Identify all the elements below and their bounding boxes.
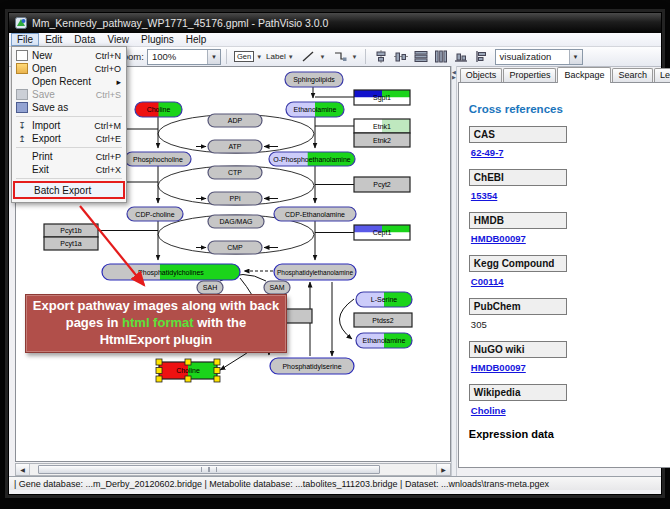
node-ctp[interactable]: CTP xyxy=(208,166,262,179)
distribute-vertical-icon[interactable] xyxy=(434,50,448,63)
chevron-down-icon[interactable]: ▼ xyxy=(352,54,358,60)
tab-objects[interactable]: Objects xyxy=(460,68,503,82)
node-ethanolamine-2[interactable]: Ethanolamine xyxy=(356,333,413,348)
xref-value-cas[interactable]: 62-49-7 xyxy=(471,147,504,158)
menu-item-open-recent[interactable]: Open Recent▸ xyxy=(13,75,125,88)
selection-handle[interactable] xyxy=(214,376,220,382)
selection-handle[interactable] xyxy=(214,368,220,374)
scrollbar-grip xyxy=(201,467,217,472)
node-label: O-Phosphoethanolamine xyxy=(273,156,351,164)
xref-source-chebi: ChEBI xyxy=(469,169,567,186)
selection-handle[interactable] xyxy=(185,359,191,365)
node-adp[interactable]: ADP xyxy=(208,114,262,127)
tab-backpage[interactable]: Backpage xyxy=(557,67,611,83)
visualization-combobox[interactable]: visualization ▼ xyxy=(495,49,583,65)
node-cdp-ethanolamine[interactable]: CDP-Ethanolamine xyxy=(274,207,356,221)
align-center-x-icon[interactable] xyxy=(374,50,388,63)
chevron-down-icon[interactable]: ▼ xyxy=(320,54,326,60)
node-pcyt2[interactable]: Pcyt2 xyxy=(354,177,410,192)
node-etnk2[interactable]: Etnk2 xyxy=(354,133,410,147)
menubar-item-view[interactable]: View xyxy=(101,33,135,46)
scroll-left-icon[interactable]: ◀ xyxy=(16,464,30,475)
align-bottom-icon[interactable] xyxy=(454,50,468,63)
menu-item-save-as[interactable]: Save as xyxy=(13,101,125,114)
node-l-serine[interactable]: L-Serine xyxy=(356,292,413,307)
menubar-item-plugins[interactable]: Plugins xyxy=(135,33,180,46)
node-ppi[interactable]: PPi xyxy=(208,192,262,205)
zoom-combobox[interactable]: 100% ▼ xyxy=(147,49,221,65)
tab-properties[interactable]: Properties xyxy=(503,68,556,82)
chevron-down-icon[interactable]: ▼ xyxy=(207,50,220,64)
menu-item-label: Save as xyxy=(32,102,113,113)
menu-item-label: Batch Export xyxy=(34,185,111,196)
menu-item-save[interactable]: SaveCtrl+S xyxy=(13,88,125,101)
horizontal-scrollbar[interactable]: ◀ ▶ xyxy=(15,463,451,476)
node-o-phosphoethanolamine[interactable]: O-Phosphoethanolamine xyxy=(269,152,356,166)
align-center-y-icon[interactable] xyxy=(394,50,408,63)
align-left-icon[interactable] xyxy=(474,50,488,63)
open-folder-icon xyxy=(16,63,28,74)
selection-handle[interactable] xyxy=(185,376,191,382)
node-choline-selected[interactable]: Choline xyxy=(156,359,220,382)
node-pcyt1b[interactable]: Pcyt1b xyxy=(44,224,98,237)
menu-item-print[interactable]: PrintCtrl+P xyxy=(13,150,125,163)
chevron-down-icon[interactable]: ▼ xyxy=(569,50,582,64)
zoom-value: 100% xyxy=(148,51,200,62)
selection-handle[interactable] xyxy=(156,376,162,382)
node-phosphatidylethanolamine[interactable]: Phosphatidylethanolamine xyxy=(274,264,356,280)
node-phosphocholine[interactable]: Phosphocholine xyxy=(125,152,191,166)
scroll-right-icon[interactable]: ▶ xyxy=(436,464,450,475)
node-choline-top[interactable]: Choline xyxy=(135,102,183,117)
node-atp[interactable]: ATP xyxy=(208,140,262,153)
new-datanode-button[interactable]: Gen ▼ xyxy=(232,49,264,65)
node-phosphatidylserine[interactable]: Phosphatidylserine xyxy=(270,358,354,374)
menubar-item-edit[interactable]: Edit xyxy=(39,33,68,46)
node-cept1[interactable]: Cept1 xyxy=(354,225,410,240)
chevron-down-icon[interactable]: ▼ xyxy=(288,54,294,60)
menu-item-import[interactable]: ↧ImportCtrl+M xyxy=(13,119,125,132)
chevron-down-icon[interactable]: ▼ xyxy=(256,54,262,60)
selection-handle[interactable] xyxy=(156,368,162,374)
node-pcyt1a[interactable]: Pcyt1a xyxy=(44,237,98,250)
xref-value-hmdb[interactable]: HMDB00097 xyxy=(471,233,526,244)
xref-value-chebi[interactable]: 15354 xyxy=(471,190,497,201)
node-phosphatidylcholines[interactable]: Phosphatidylcholines xyxy=(102,264,241,280)
node-dag-mag[interactable]: DAG/MAG xyxy=(208,215,264,228)
toolbar-separator xyxy=(226,49,227,64)
node-label: Choline xyxy=(176,367,200,374)
menubar-item-help[interactable]: Help xyxy=(180,33,213,46)
scrollbar-thumb[interactable] xyxy=(38,465,380,474)
new-connector-button[interactable]: ▼ xyxy=(328,49,360,65)
tab-legend[interactable]: Legend xyxy=(654,68,670,82)
menubar-item-data[interactable]: Data xyxy=(68,33,101,46)
node-sah[interactable]: SAH xyxy=(197,281,223,294)
new-label-button[interactable]: Label ▼ xyxy=(264,49,296,65)
node-cmp[interactable]: CMP xyxy=(208,241,262,254)
selection-handle[interactable] xyxy=(156,359,162,365)
collapse-right-icon[interactable]: ▶ xyxy=(452,75,456,80)
selection-handle[interactable] xyxy=(214,359,220,365)
node-cdp-choline[interactable]: CDP-choline xyxy=(127,207,183,221)
node-ptdss2[interactable]: Ptdss2 xyxy=(354,313,412,327)
tab-search[interactable]: Search xyxy=(612,68,653,82)
menu-item-batch-export[interactable]: Batch Export xyxy=(13,181,125,199)
node-label: Ethanolamine xyxy=(294,106,337,113)
menu-item-open[interactable]: OpenCtrl+O xyxy=(13,62,125,75)
node-etnk1[interactable]: Etnk1 xyxy=(354,119,410,133)
xref-value-wikipedia[interactable]: Choline xyxy=(471,405,506,416)
menubar-item-file[interactable]: File xyxy=(11,33,39,46)
menu-item-export[interactable]: ↥ExportCtrl+E xyxy=(13,132,125,145)
menu-item-new[interactable]: NewCtrl+N xyxy=(13,49,125,62)
node-sgpl1[interactable]: Sgpl1 xyxy=(354,90,410,105)
xref-value-nugo-wiki[interactable]: HMDB00097 xyxy=(471,362,526,373)
distribute-horizontal-icon[interactable] xyxy=(414,50,428,63)
node-ethanolamine-top[interactable]: Ethanolamine xyxy=(286,102,345,117)
expression-data-heading: Expression data xyxy=(469,428,670,440)
toolbar-separator xyxy=(365,49,366,64)
new-line-button[interactable]: ▼ xyxy=(296,49,328,65)
node-sphingolipids[interactable]: Sphingolipids xyxy=(285,72,343,87)
menu-item-exit[interactable]: ExitCtrl+X xyxy=(13,163,125,176)
node-sam[interactable]: SAM xyxy=(264,281,290,294)
node-hidden-gene[interactable] xyxy=(286,309,312,323)
xref-value-kegg-compound[interactable]: C00114 xyxy=(471,276,504,287)
